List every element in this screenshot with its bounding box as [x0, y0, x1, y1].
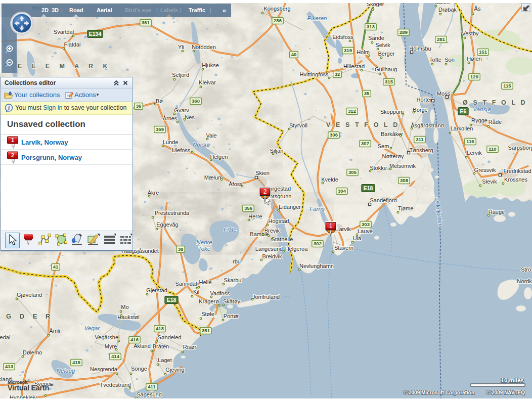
svg-text:10 miles: 10 miles	[501, 377, 524, 383]
svg-text:|: |	[210, 7, 211, 13]
svg-text:T E L E M A R K: T E L E M A R K	[4, 63, 112, 70]
svg-text:Ulefoss: Ulefoss	[172, 147, 191, 153]
svg-text:Helle: Helle	[199, 279, 211, 285]
svg-text:289: 289	[400, 29, 408, 35]
svg-text:Bamble: Bamble	[250, 231, 269, 237]
svg-text:Støle: Støle	[201, 311, 214, 317]
svg-text:Yli: Yli	[178, 44, 184, 50]
svg-text:414: 414	[111, 353, 120, 359]
svg-text:313: 313	[367, 24, 375, 29]
svg-text:Hvittingfoss: Hvittingfoss	[300, 71, 329, 77]
svg-text:|: |	[156, 7, 158, 13]
svg-text:Son: Son	[445, 57, 455, 63]
svg-text:|: |	[61, 7, 63, 13]
svg-text:Hauge: Hauge	[489, 209, 505, 215]
svg-text:Hogstad: Hogstad	[269, 218, 289, 224]
svg-text:Råde: Råde	[489, 119, 502, 125]
svg-text:Skåtøy: Skåtøy	[223, 298, 241, 304]
svg-text:Sande: Sande	[368, 35, 384, 41]
svg-text:Langesund: Langesund	[255, 246, 283, 252]
svg-text:Tjøme: Tjøme	[397, 205, 413, 211]
svg-text:Nes: Nes	[185, 114, 195, 120]
svg-text:2D: 2D	[41, 7, 49, 13]
svg-text:Nøtterøy: Nøtterøy	[382, 153, 404, 159]
svg-text:Lauve: Lauve	[358, 228, 373, 234]
svg-text:Nevlunghamn: Nevlunghamn	[299, 263, 334, 269]
svg-text:Mo: Mo	[121, 304, 128, 310]
svg-text:361: 361	[142, 20, 150, 25]
svg-text:Rygge: Rygge	[471, 117, 487, 123]
svg-text:36: 36	[136, 103, 142, 109]
svg-text:Strö: Strö	[521, 266, 531, 273]
svg-text:Åfoss: Åfoss	[229, 181, 243, 187]
svg-text:418: 418	[156, 326, 164, 331]
svg-text:V E S T F O L D: V E S T F O L D	[326, 121, 400, 128]
svg-text:32: 32	[335, 71, 340, 77]
svg-text:E134: E134	[89, 31, 102, 37]
svg-text:Sannidal: Sannidal	[175, 281, 197, 287]
svg-text:304: 304	[338, 188, 346, 194]
svg-text:286: 286	[274, 18, 282, 23]
svg-text:Risør: Risør	[183, 344, 197, 350]
svg-text:Vestby: Vestby	[462, 30, 479, 36]
svg-text:Notodden: Notodden	[192, 44, 216, 50]
svg-text:Åkre: Åkre	[148, 190, 159, 196]
svg-text:Eidanger: Eidanger	[279, 204, 301, 210]
svg-text:© 2009 NAVTEQ: © 2009 NAVTEQ	[486, 390, 525, 395]
svg-text:302: 302	[314, 241, 322, 246]
svg-text:1: 1	[329, 222, 333, 230]
svg-text:Sem: Sem	[378, 143, 389, 149]
svg-text:Gullhaug: Gullhaug	[375, 66, 397, 72]
svg-text:315: 315	[385, 79, 393, 84]
svg-text:Vale: Vale	[206, 132, 216, 139]
svg-text:Sarpsborg: Sarpsborg	[508, 145, 532, 151]
svg-text:Borge: Borge	[413, 107, 427, 113]
svg-text:415: 415	[72, 360, 81, 365]
svg-text:308: 308	[400, 177, 408, 183]
svg-text:Hillestad: Hillestad	[343, 63, 365, 69]
svg-text:Helgen: Helgen	[210, 154, 228, 160]
svg-text:Melsomvik: Melsomvik	[389, 163, 416, 169]
svg-text:rbu: rbu	[233, 258, 241, 264]
svg-text:Årnes: Årnes	[163, 115, 178, 121]
svg-text:Ø S T F O L D: Ø S T F O L D	[463, 99, 527, 106]
svg-text:Gjerstad: Gjerstad	[146, 287, 167, 293]
svg-text:Holm: Holm	[357, 49, 370, 55]
svg-text:Selvik: Selvik	[375, 42, 390, 48]
svg-text:Åsgårdstrand: Åsgårdstrand	[411, 122, 444, 128]
svg-text:Eggevåg: Eggevåg	[156, 221, 178, 228]
svg-text:307: 307	[361, 141, 369, 146]
svg-text:115: 115	[503, 83, 511, 88]
svg-text:Akland: Akland	[134, 343, 151, 349]
svg-text:Kleivar: Kleivar	[199, 79, 216, 85]
svg-text:Labels: Labels	[160, 7, 178, 13]
svg-text:Tønsberg: Tønsberg	[409, 147, 433, 153]
svg-text:Lervik: Lervik	[467, 150, 482, 156]
svg-text:Gressvik: Gressvik	[474, 167, 496, 173]
svg-text:Hølen: Hølen	[467, 56, 481, 62]
svg-text:Nedre: Nedre	[196, 239, 212, 245]
svg-text:Dølemo: Dølemo	[23, 349, 42, 355]
svg-text:Krossnes: Krossnes	[504, 176, 527, 183]
svg-text:Ula: Ula	[353, 235, 362, 241]
svg-text:Aerial: Aerial	[97, 7, 112, 13]
svg-text:303: 303	[362, 221, 370, 227]
svg-text:Road: Road	[69, 7, 83, 13]
svg-text:Mælum: Mælum	[204, 174, 223, 181]
svg-text:Traffic: Traffic	[189, 7, 205, 13]
svg-text:41: 41	[53, 264, 59, 270]
svg-text:Kvelde: Kvelde	[321, 176, 338, 183]
svg-text:305: 305	[348, 169, 357, 175]
svg-text:Stavern: Stavern	[334, 245, 353, 251]
svg-text:35: 35	[364, 91, 370, 96]
svg-text:G D E R: G D E R	[6, 313, 54, 320]
svg-text:edal: edal	[0, 334, 10, 340]
svg-text:Myre: Myre	[105, 343, 117, 349]
svg-text:Vegar: Vegar	[84, 325, 100, 331]
svg-text:Skoppum: Skoppum	[380, 109, 404, 115]
svg-text:Lunde: Lunde	[163, 139, 179, 145]
svg-text:Siljan: Siljan	[270, 148, 284, 154]
svg-text:Portør: Portør	[224, 313, 239, 319]
svg-text:Virtual Earth™: Virtual Earth™	[8, 383, 54, 392]
svg-text:Hjukse: Hjukse	[202, 62, 219, 68]
